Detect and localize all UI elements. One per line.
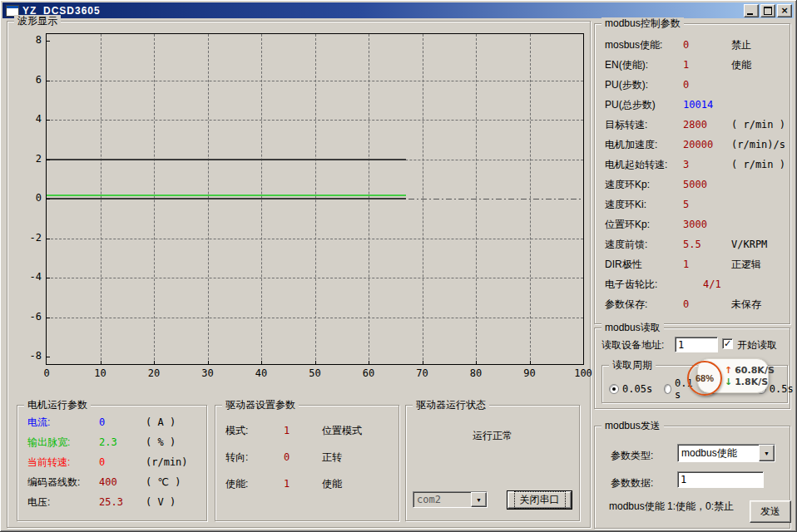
- y-tick-mark: [47, 160, 50, 160]
- x-tick-label: 70: [416, 367, 428, 379]
- param-row: 电压:25.3( V ): [27, 492, 203, 512]
- param-label: EN(使能):: [605, 58, 683, 72]
- param-type-value: modbus使能: [678, 446, 759, 461]
- param-value: 25.3: [99, 496, 146, 508]
- param-label: PU(步数):: [605, 78, 683, 92]
- param-row: 输出脉宽:2.3( % ): [27, 432, 203, 452]
- close-button[interactable]: ×: [777, 4, 792, 17]
- memory-percent-ball[interactable]: 68%: [687, 361, 722, 396]
- speed-trace: [47, 198, 406, 200]
- send-hint-text: modbus使能 1:使能，0:禁止: [609, 500, 734, 514]
- param-label: 使能:: [225, 477, 284, 491]
- param-label: 电机加速度:: [605, 138, 683, 152]
- y-tick-label: -8: [18, 350, 42, 362]
- net-speed-overlay[interactable]: ↑ 60.8K/S ↓ 1.8K/S 68%: [687, 357, 769, 396]
- period-radio-label: 0.5s: [770, 383, 794, 395]
- y-tick-label: 4: [18, 113, 42, 125]
- period-radio-0.05s[interactable]: 0.05s: [609, 383, 652, 395]
- y-tick-mark: [47, 41, 50, 42]
- param-label: 输出脉宽:: [27, 436, 99, 450]
- param-value: 20000: [683, 139, 731, 150]
- waveform-chart: 86420-2-4-6-80102030405060708090100: [46, 33, 584, 365]
- param-value: 0: [683, 298, 731, 310]
- modbus-control-title: modbus控制参数: [601, 17, 684, 29]
- motor-params-panel: 电机运行参数 电流:0( A )输出脉宽:2.3( % )当前转速:0(r/mi…: [17, 405, 207, 521]
- x-tick-label: 50: [309, 367, 320, 379]
- modbus-control-rows: mosbus使能:0禁止EN(使能):1使能PU(步数):0PU(总步数)100…: [605, 35, 786, 314]
- modbus-send-panel: modbus发送 参数类型: modbus使能 ▼ 参数数据: modbus使能…: [594, 426, 790, 529]
- driver-status-title: 驱动器运行状态: [413, 399, 489, 411]
- y-tick-label: -4: [18, 271, 42, 283]
- setpoint-trace: [47, 159, 406, 160]
- y-tick-mark: [47, 239, 50, 239]
- com-port-dropdown-button[interactable]: ▼: [471, 492, 487, 507]
- x-tick-mark: [261, 361, 262, 364]
- read-address-label: 读取设备地址:: [601, 338, 664, 352]
- x-tick-label: 30: [201, 367, 213, 379]
- param-value: 1: [284, 425, 322, 436]
- minimize-button[interactable]: [744, 4, 759, 17]
- close-serial-button[interactable]: 关闭串口: [507, 491, 572, 509]
- y-tick-label: 6: [18, 74, 42, 86]
- com-port-select[interactable]: com2 ▼: [413, 491, 488, 508]
- param-label: 位置环Kp:: [605, 218, 683, 232]
- modbus-read-title: modbus读取: [601, 322, 664, 333]
- x-tick-mark: [476, 361, 477, 364]
- param-value: 4/1: [683, 278, 731, 290]
- driver-status-panel: 驱动器运行状态 运行正常 com2 ▼ 关闭串口: [405, 405, 580, 521]
- param-extra: (r/min)/s: [731, 139, 786, 150]
- param-label: 转向:: [225, 451, 284, 465]
- motor-params-title: 电机运行参数: [24, 399, 91, 411]
- download-speed: 1.8K/S: [735, 377, 768, 387]
- param-label: 编码器线数:: [27, 475, 99, 490]
- start-read-checkbox[interactable]: ✓: [722, 338, 733, 349]
- download-arrow-icon: ↓: [725, 377, 732, 387]
- driver-status-text: 运行正常: [406, 429, 579, 443]
- y-tick-mark: [47, 278, 50, 278]
- param-data-input[interactable]: [677, 471, 764, 488]
- param-type-dropdown-button[interactable]: ▼: [759, 445, 775, 461]
- maximize-icon: [764, 7, 772, 15]
- x-tick-label: 60: [363, 367, 374, 379]
- y-tick-label: 8: [18, 34, 42, 46]
- param-data-label: 参数数据:: [611, 476, 653, 490]
- param-row: 速度前馈:5.5V/KRPM: [605, 234, 786, 254]
- send-button[interactable]: 发送: [750, 500, 791, 523]
- param-label: 速度环Ki:: [605, 198, 683, 212]
- param-row: DIR极性1正逻辑: [605, 254, 786, 274]
- app-window: YZ_DCSD3605 × 波形显示 86420-2-4-6-801020304…: [0, 0, 797, 532]
- start-read-label: 开始读取: [737, 338, 777, 352]
- maximize-button[interactable]: [760, 4, 775, 17]
- x-tick-mark: [315, 361, 316, 364]
- param-type-select[interactable]: modbus使能 ▼: [677, 444, 775, 462]
- driver-settings-title: 驱动器设置参数: [222, 399, 299, 411]
- param-row: PU(步数):0: [605, 75, 786, 95]
- y-tick-mark: [47, 357, 50, 357]
- param-row: EN(使能):1使能: [605, 55, 786, 75]
- param-label: 当前转速:: [27, 456, 99, 470]
- param-label: 电机起始转速:: [605, 158, 683, 172]
- param-row: 电流:0( A ): [27, 412, 203, 432]
- param-extra: 禁止: [731, 38, 786, 52]
- x-tick-mark: [208, 361, 209, 364]
- param-value: 1: [683, 259, 731, 270]
- param-row: mosbus使能:0禁止: [605, 35, 786, 55]
- x-tick-label: 80: [470, 367, 482, 379]
- y-tick-label: -2: [18, 232, 42, 244]
- title-bar[interactable]: YZ_DCSD3605 ×: [2, 2, 794, 18]
- x-tick-mark: [154, 361, 155, 364]
- waveform-group-title: 波形显示: [14, 15, 61, 27]
- param-value: 2.3: [99, 436, 146, 448]
- x-tick-label: 0: [43, 367, 49, 379]
- read-address-input[interactable]: [675, 337, 718, 352]
- param-row: 当前转速:0(r/min): [27, 452, 203, 472]
- x-tick-mark: [101, 361, 101, 364]
- x-tick-label: 20: [148, 367, 160, 379]
- param-extra: 使能: [322, 477, 395, 491]
- param-row: 编码器线数:400( ℃ ): [27, 472, 203, 492]
- param-value: 400: [99, 476, 146, 488]
- upload-arrow-icon: ↑: [725, 365, 732, 376]
- x-tick-label: 100: [574, 367, 592, 379]
- param-extra: 正转: [322, 451, 395, 465]
- com-port-value: com2: [413, 494, 471, 505]
